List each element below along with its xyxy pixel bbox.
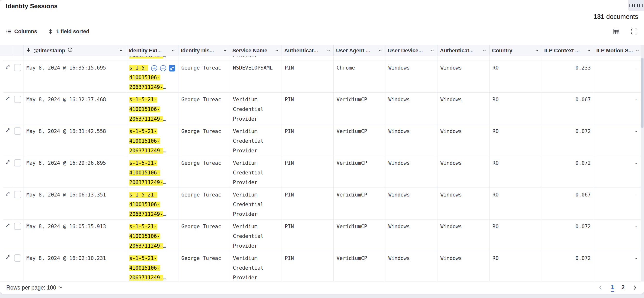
- column-header-identity-display[interactable]: Identity Dis...: [178, 45, 230, 56]
- cell-user-agent[interactable]: VeridiumCP: [334, 251, 386, 281]
- cell-expand[interactable]: [4, 188, 12, 219]
- cell-ilp-context[interactable]: 0.072: [542, 124, 594, 156]
- cell-identity-display[interactable]: George Tureac: [178, 93, 230, 124]
- cell-ilp-context[interactable]: 0.072: [542, 219, 594, 251]
- expand-document-icon[interactable]: [5, 64, 10, 70]
- cell-ilp-motion[interactable]: -: [594, 156, 640, 187]
- cell-timestamp[interactable]: [24, 57, 126, 61]
- column-menu-chevron-icon[interactable]: [274, 48, 279, 53]
- cell-timestamp[interactable]: May 8, 2024 @ 16:02:10.231: [24, 251, 126, 281]
- cell-ilp-motion[interactable]: -: [594, 251, 640, 281]
- row-checkbox[interactable]: [14, 254, 21, 262]
- cell-expand[interactable]: [4, 57, 12, 61]
- cell-user-device[interactable]: Windows: [386, 124, 438, 156]
- cell-identity-display[interactable]: George Tureac: [178, 219, 230, 251]
- cell-expand[interactable]: [4, 93, 12, 124]
- cell-identity-external[interactable]: s-1-5-21-410015106-2063711249-…: [126, 93, 178, 124]
- cell-auth-os[interactable]: [438, 57, 490, 61]
- cell-user-agent[interactable]: VeridiumCP: [334, 219, 386, 251]
- columns-button[interactable]: Columns: [6, 28, 37, 35]
- cell-ilp-motion[interactable]: -: [594, 61, 640, 92]
- column-header-timestamp[interactable]: @timestamp: [24, 45, 126, 56]
- cell-auth-os[interactable]: Windows: [438, 251, 490, 281]
- sort-fields-button[interactable]: 1 field sorted: [48, 28, 89, 35]
- scrollbar-thumb[interactable]: [641, 58, 644, 128]
- cell-select[interactable]: [12, 251, 24, 281]
- cell-timestamp[interactable]: May 8, 2024 @ 16:31:42.558: [24, 124, 126, 156]
- cell-service-name[interactable]: Provider: [230, 57, 282, 61]
- cell-select[interactable]: [12, 124, 24, 156]
- cell-timestamp[interactable]: May 8, 2024 @ 16:06:13.351: [24, 188, 126, 219]
- cell-identity-display[interactable]: George Tureac: [178, 156, 230, 187]
- cell-auth-os[interactable]: Windows: [438, 93, 490, 124]
- cell-auth-os[interactable]: Windows: [438, 124, 490, 156]
- cell-auth-os[interactable]: Windows: [438, 219, 490, 251]
- column-header-country[interactable]: Country: [490, 45, 542, 56]
- cell-user-agent[interactable]: VeridiumCP: [334, 156, 386, 187]
- previous-page-button[interactable]: [598, 285, 604, 290]
- cell-expand[interactable]: [4, 124, 12, 156]
- cell-service-name[interactable]: NSDEVELOPSAML: [230, 61, 282, 92]
- cell-auth-os[interactable]: Windows: [438, 61, 490, 92]
- cell-select[interactable]: [12, 156, 24, 187]
- cell-auth-method[interactable]: [282, 57, 334, 61]
- cell-identity-external[interactable]: s-1-5-21-410015106-2063711249-…: [126, 188, 178, 219]
- column-header-ilp-context[interactable]: ILP Context ...: [542, 45, 594, 56]
- column-header-service-name[interactable]: Service Name: [230, 45, 282, 56]
- cell-auth-method[interactable]: PIN: [282, 251, 334, 281]
- cell-identity-external[interactable]: s-1-5-21-410015106-2063711249-…: [126, 124, 178, 156]
- cell-user-agent[interactable]: VeridiumCP: [334, 93, 386, 124]
- cell-ilp-motion[interactable]: -: [594, 124, 640, 156]
- row-checkbox[interactable]: [14, 159, 21, 166]
- column-menu-chevron-icon[interactable]: [586, 48, 591, 53]
- cell-user-device[interactable]: Windows: [386, 188, 438, 219]
- fullscreen-icon[interactable]: [630, 28, 638, 35]
- cell-service-name[interactable]: VeridiumCredentialProvider: [230, 124, 282, 156]
- cell-auth-method[interactable]: PIN: [282, 156, 334, 187]
- cell-identity-external[interactable]: s-1-5-21-410015106-2063711249-…: [126, 251, 178, 281]
- cell-country[interactable]: [490, 57, 542, 61]
- row-checkbox[interactable]: [14, 191, 21, 198]
- cell-identity-display[interactable]: George Tureac: [178, 124, 230, 156]
- cell-auth-os[interactable]: Windows: [438, 188, 490, 219]
- cell-expand[interactable]: [4, 156, 12, 187]
- column-header-auth-method[interactable]: Authenticat...: [282, 45, 334, 56]
- cell-ilp-context[interactable]: 0.067: [542, 93, 594, 124]
- cell-ilp-motion[interactable]: [594, 57, 640, 61]
- cell-expand[interactable]: [4, 219, 12, 251]
- cell-ilp-context[interactable]: [542, 57, 594, 61]
- filter-out-icon[interactable]: [160, 65, 166, 72]
- expand-document-icon[interactable]: [5, 159, 10, 165]
- row-checkbox[interactable]: [14, 64, 21, 71]
- cell-expand[interactable]: [4, 251, 12, 281]
- cell-ilp-context[interactable]: 0.072: [542, 251, 594, 281]
- cell-country[interactable]: RO: [490, 219, 542, 251]
- cell-ilp-context[interactable]: 0.067: [542, 188, 594, 219]
- column-menu-chevron-icon[interactable]: [430, 48, 435, 53]
- cell-ilp-motion[interactable]: -: [594, 219, 640, 251]
- cell-expand[interactable]: [4, 61, 12, 92]
- column-header-ilp-motion[interactable]: ILP Motion S...: [594, 45, 640, 56]
- cell-country[interactable]: RO: [490, 156, 542, 187]
- cell-auth-method[interactable]: PIN: [282, 188, 334, 219]
- cell-user-agent[interactable]: VeridiumCP: [334, 188, 386, 219]
- column-menu-chevron-icon[interactable]: [326, 48, 331, 53]
- cell-identity-display[interactable]: George Tureac: [178, 251, 230, 281]
- cell-user-device[interactable]: Windows: [386, 61, 438, 92]
- panel-options-button[interactable]: [628, 0, 644, 11]
- cell-identity-display[interactable]: [178, 57, 230, 61]
- column-menu-chevron-icon[interactable]: [534, 48, 539, 53]
- row-checkbox[interactable]: [14, 223, 21, 230]
- cell-auth-method[interactable]: PIN: [282, 124, 334, 156]
- column-menu-chevron-icon[interactable]: [635, 48, 640, 53]
- cell-country[interactable]: RO: [490, 251, 542, 281]
- cell-timestamp[interactable]: May 8, 2024 @ 16:05:35.913: [24, 219, 126, 251]
- cell-identity-display[interactable]: George Tureac: [178, 188, 230, 219]
- column-menu-chevron-icon[interactable]: [482, 48, 487, 53]
- cell-user-device[interactable]: Windows: [386, 251, 438, 281]
- expand-document-icon[interactable]: [5, 96, 10, 101]
- cell-service-name[interactable]: VeridiumCredentialProvider: [230, 219, 282, 251]
- cell-user-agent[interactable]: [334, 57, 386, 61]
- cell-select[interactable]: [12, 188, 24, 219]
- cell-identity-external[interactable]: s-1-5-21-410015106-2063711249-…: [126, 219, 178, 251]
